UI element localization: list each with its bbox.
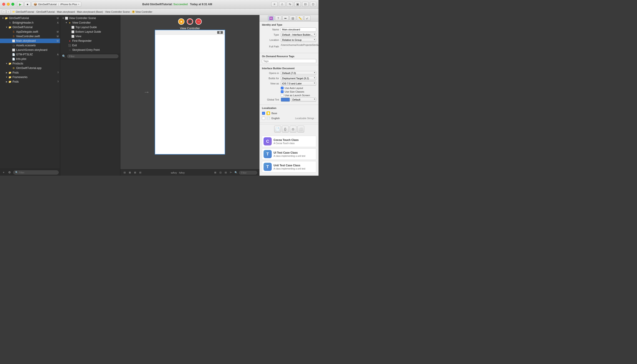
bc-mainstoryboard-base[interactable]: Main.storyboard (Base) [77, 10, 103, 13]
zoom-fit-btn[interactable]: ⊠ [128, 171, 132, 174]
bc-gtmswift1[interactable]: 📁 GtmSwiftTutorial [12, 10, 34, 13]
opens-in-select[interactable]: Default (7.0) [281, 71, 316, 75]
rp-help-btn[interactable]: ? [275, 16, 281, 21]
outline-entry[interactable]: ▶ → Storyboard Entry Point [60, 48, 120, 52]
bc-vc[interactable]: ● View Controller [132, 10, 152, 13]
bc-vc-scene[interactable]: View Controller Scene [105, 10, 130, 13]
auto-layout-row: ✓ Use Auto Layout [262, 87, 316, 90]
unit-test-snippet[interactable]: T Unit Test Case Class A class implement… [262, 161, 316, 172]
type-select[interactable]: Default - Interface Builder... [281, 33, 316, 37]
tree-project[interactable]: ▼ 📁 GtmSwiftTutorial M [0, 16, 60, 20]
location-select[interactable]: Relative to Group [281, 38, 316, 42]
canvas-filter-input[interactable] [239, 171, 257, 174]
rp-square-icon[interactable]: ⬜ [297, 126, 304, 132]
back-forward-button[interactable]: ⇆ [287, 2, 293, 7]
tree-pods2[interactable]: ▶ 📁 Pods ? [0, 80, 60, 84]
view-as-select[interactable]: iOS 7.0 and Later [281, 82, 316, 86]
rp-forward-btn[interactable]: ▤ [290, 16, 296, 21]
rp-file-icon[interactable]: 📄 [274, 126, 281, 132]
tree-gtmplist[interactable]: ▶ 📄 GTM-PT3L9Z A [0, 52, 60, 57]
loc-english-label: English [271, 117, 294, 120]
vc-scene-icon-red[interactable]: ⬛ [187, 18, 193, 25]
layout-toggle-btn[interactable]: ⊟ [123, 171, 127, 174]
tree-launchscreen[interactable]: ▶ ⬜ LaunchScreen.storyboard [0, 48, 60, 52]
tags-input[interactable] [262, 59, 316, 63]
rp-bottom-icons: 📄 {} ⊙ ⬜ [260, 124, 318, 134]
tree-pods1[interactable]: ▶ 📁 Pods ? [0, 70, 60, 75]
rp-toolbar: 🆔 ? ⬅ ▤ 📏 ↙ [260, 15, 318, 22]
vc-phone-mockup[interactable]: ▓ [155, 30, 225, 154]
rp-circle-icon[interactable]: ⊙ [290, 126, 296, 132]
breadcrumb-forward[interactable]: › [6, 10, 11, 14]
builds-for-select[interactable]: Deployment Target (9.2) [281, 76, 316, 80]
tree-appdelegate[interactable]: ▶ S AppDelegate.swift M [0, 30, 60, 34]
global-tint-select[interactable]: Default [291, 98, 316, 102]
sidebar-options-button[interactable]: ⚙ [7, 170, 12, 175]
play-button[interactable]: ▶ [17, 2, 24, 7]
outline-bottom-layout[interactable]: ▶ ⬜ Bottom Layout Guide [60, 30, 120, 34]
outline-vc-scene[interactable]: ▼ ⬜ View Controller Scene [60, 16, 120, 20]
titlebar: ▶ ■ 📦 GtmSwiftTutorial | iPhone 6s Plus … [0, 0, 318, 8]
breadcrumb-back[interactable]: ‹ [2, 10, 6, 14]
name-input[interactable] [281, 28, 316, 32]
loc-base-icon: 📄 [266, 112, 270, 115]
add-file-button[interactable]: + [1, 170, 6, 175]
tree-mainstoryboard[interactable]: ▶ ⬜ Main.storyboard M [0, 38, 60, 43]
rp-ruler-btn[interactable]: 📏 [297, 16, 303, 21]
warning-button[interactable]: ⚠ [279, 2, 285, 7]
minimize-button[interactable] [7, 3, 10, 6]
cocoa-touch-snippet[interactable]: C Cocoa Touch Class A Cocoa Touch class [262, 136, 316, 147]
scheme-selector[interactable]: 📦 GtmSwiftTutorial | iPhone 6s Plus ▾ [32, 2, 81, 7]
rp-identity-btn[interactable]: 🆔 [268, 16, 274, 21]
outline-exit[interactable]: ▶ ⬛ Exit [60, 43, 120, 48]
tree-products[interactable]: ▼ 📁 Products [0, 61, 60, 66]
layout3-button[interactable]: ⊡ [310, 2, 316, 7]
auto-layout-checkbox[interactable]: ✓ [281, 87, 283, 90]
tree-frameworks[interactable]: ▼ 📁 Frameworks [0, 75, 60, 80]
rp-code-icon[interactable]: {} [282, 126, 289, 132]
stop-button[interactable]: ■ [24, 2, 31, 7]
outline-view[interactable]: ▶ ⬜ View [60, 34, 120, 38]
tree-infoplist[interactable]: ▶ 📄 Info.plist [0, 57, 60, 61]
tree-viewcontroller[interactable]: ▶ S ViewController.swift M [0, 34, 60, 38]
launch-icon: ⬜ [12, 48, 16, 52]
identity-type-section: Identity and Type Name Type Default - In… [260, 22, 318, 53]
fit-btn[interactable]: ⊢ [229, 171, 233, 174]
outline-first-responder[interactable]: ▶ ● First Responder [60, 38, 120, 43]
loc-base-checkbox[interactable]: ✓ [262, 112, 265, 115]
launch-screen-checkbox[interactable] [281, 94, 283, 97]
launch-screen-label: Use as Launch Screen [285, 94, 310, 97]
layout2-button[interactable]: ⊟ [302, 2, 308, 7]
outline-top-layout[interactable]: ▶ ⬜ Top Layout Guide [60, 25, 120, 30]
rp-arrow-btn[interactable]: ↙ [304, 16, 310, 21]
navigator-button[interactable]: ≡ [271, 2, 278, 7]
layout1-button[interactable]: ▣ [294, 2, 301, 7]
zoom-out-btn[interactable]: ⊟ [138, 171, 142, 174]
outline-toolbar: 🔍 [60, 53, 120, 60]
vc-scene-icon-exit[interactable]: → [195, 18, 202, 25]
bc-gtmswift2[interactable]: GtmSwiftTutorial [36, 10, 55, 13]
global-tint-swatch[interactable] [281, 98, 290, 102]
sidebar-filter-input[interactable] [19, 171, 57, 174]
rp-back-btn[interactable]: ⬅ [282, 16, 289, 21]
tree-bridging[interactable]: ▶ h BridgingHeader.h A [0, 20, 60, 25]
top-layout-label: Top Layout Guide [75, 26, 120, 29]
size-classes-checkbox[interactable]: ✓ [281, 90, 283, 93]
grid-btn[interactable]: ⊞ [213, 171, 217, 174]
outline-vc[interactable]: ▼ ● View Controller [60, 20, 120, 25]
editor-area[interactable]: → ● ⬛ → View Controller [120, 15, 259, 169]
outline-filter-input[interactable] [67, 54, 118, 58]
zoom-in-btn[interactable]: ⊞ [133, 171, 137, 174]
canvas-options-btn[interactable]: ⊟ [224, 171, 228, 174]
close-button[interactable] [2, 3, 5, 6]
tree-app[interactable]: ▶ ⚙ GtmSwiftTutorial.app [0, 66, 60, 70]
loc-english-checkbox[interactable] [262, 117, 265, 120]
ui-test-snippet[interactable]: T UI Test Case Class A class implementin… [262, 148, 316, 160]
tree-assets[interactable]: ▶ 🗂 Assets.xcassets [0, 43, 60, 48]
zoom-btn2[interactable]: ⊡ [218, 171, 222, 174]
bc-mainstoryboard[interactable]: Main.storyboard [57, 10, 75, 13]
location-select-wrapper: Relative to Group [281, 38, 316, 42]
maximize-button[interactable] [11, 3, 14, 6]
tree-group-gtm[interactable]: ▼ 📁 GtmSwiftTutorial [0, 25, 60, 30]
vc-scene-icon-yellow[interactable]: ● [178, 18, 184, 25]
